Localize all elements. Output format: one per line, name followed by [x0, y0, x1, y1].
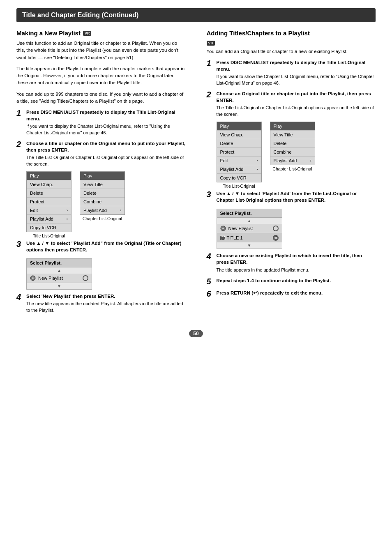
right-step-2-num: 2 [207, 90, 214, 99]
film-icon [220, 236, 225, 240]
right-title-menu-label: Title List-Original [217, 184, 262, 189]
left-chapter-menu-box: Play View Title Delete Combine Playlist … [80, 171, 125, 215]
right-chapter-list-original: Play View Title Delete Combine Playlist … [270, 122, 315, 171]
left-select-playlist-new: New Playlist [27, 274, 92, 283]
left-step-1: 1 Press DISC MENU/LIST repeatedly to dis… [16, 109, 186, 136]
svg-rect-7 [224, 236, 225, 237]
right-step-1-title: Press DISC MENU/LIST repeatedly to displ… [217, 59, 376, 72]
right-section-title: Adding Titles/Chapters to a Playlist [207, 30, 310, 37]
right-menu-protect: Protect [217, 148, 261, 157]
left-menu-protect: Protect [27, 198, 71, 206]
left-menu-view-chap: View Chap. [27, 180, 71, 189]
left-menu-playlist-add: Playlist Add › [27, 215, 71, 223]
svg-point-10 [274, 236, 277, 240]
page-header: Title and Chapter Editing (Continued) [16, 8, 376, 22]
right-vr-badge: VR [207, 41, 215, 46]
right-menu-view-chap: View Chap. [217, 131, 261, 139]
right-title-list-original: Play View Chap. Delete Protect Edit › Pl… [217, 122, 262, 189]
right-step-1: 1 Press DISC MENU/LIST repeatedly to dis… [207, 59, 376, 86]
right-step-2: 2 Choose an Original title or chapter to… [207, 90, 376, 117]
right-chapter-menu-label: Chapter List-Original [270, 166, 315, 171]
left-chapter-list-original: Play View Title Delete Combine Playlist … [80, 171, 125, 221]
right-step-6-num: 6 [207, 290, 214, 298]
right-step-5-title: Repeat steps 1-4 to continue adding to t… [217, 277, 376, 284]
right-intro: You can add an Original title or chapter… [207, 48, 376, 55]
disc-icon [30, 275, 36, 281]
right-menu-delete: Delete [217, 139, 261, 148]
right-ch-menu-play: Play [270, 122, 315, 131]
right-step-6: 6 Press RETURN (↩) repeatedly to exit th… [207, 290, 376, 298]
left-select-playlist-title: Select Playlist. [27, 259, 92, 267]
right-title1-label: TITLE 1 [227, 235, 243, 240]
left-step-2-title: Choose a title or chapter on the Origina… [26, 140, 186, 153]
page-number: 50 [189, 330, 203, 337]
left-ch-menu-delete: Delete [80, 189, 125, 198]
svg-point-1 [32, 277, 34, 279]
left-ch-menu-playlist-add: Playlist Add › [80, 206, 125, 214]
right-select-playlist-arrow-down: ▼ [217, 242, 282, 249]
left-step-1-title: Press DISC MENU/LIST repeatedly to displ… [26, 109, 186, 122]
left-ch-menu-combine: Combine [80, 198, 125, 206]
left-intro-p1: Use this function to add an Original tit… [16, 40, 186, 61]
svg-rect-5 [221, 236, 221, 237]
right-select-playlist-box: Select Playlist. ▲ New Playlist [217, 209, 282, 249]
left-select-playlist-box: Select Playlist. ▲ New Playlist ▼ [26, 258, 92, 290]
disc-icon-right [220, 226, 226, 231]
svg-rect-8 [221, 239, 221, 240]
svg-rect-6 [222, 236, 224, 237]
left-menu-edit: Edit › [27, 206, 71, 215]
left-select-playlist-arrow-down: ▼ [27, 283, 92, 289]
right-step-3: 3 Use ▲ / ▼ to select 'Playlist Add' fro… [207, 190, 376, 205]
left-title-menu-label: Title List-Original [26, 233, 71, 238]
right-step-4-title: Choose a new or existing Playlist in whi… [217, 252, 376, 265]
right-step-6-title: Press RETURN (↩) repeatedly to exit the … [217, 290, 376, 296]
left-vr-badge: VR [83, 31, 92, 36]
left-step-4: 4 Select 'New Playlist' then press ENTER… [16, 293, 186, 313]
left-step-3: 3 Use ▲ / ▼ to select "Playlist Add" fro… [16, 240, 186, 254]
right-step-3-num: 3 [207, 190, 214, 198]
left-circle-check [83, 275, 88, 281]
left-step-2-num: 2 [16, 140, 24, 148]
right-step-4-num: 4 [207, 252, 214, 260]
right-menu-edit: Edit › [217, 157, 261, 165]
right-select-playlist-title: Select Playlist. [217, 209, 282, 218]
right-step-5: 5 Repeat steps 1-4 to continue adding to… [207, 277, 376, 286]
svg-rect-9 [224, 239, 225, 240]
left-step-2-body: The Title List-Original or Chapter List-… [26, 154, 186, 167]
right-ch-menu-view-title: View Title [270, 131, 315, 139]
right-new-playlist-label: New Playlist [228, 226, 253, 231]
left-menus-row: Play View Chap. Delete Protect Edit › Pl… [26, 171, 186, 238]
left-menu-delete: Delete [27, 189, 71, 198]
page-footer: 50 [16, 330, 376, 337]
right-title1-row: TITLE 1 [217, 233, 282, 242]
page-title: Title and Chapter Editing (Continued) [22, 12, 138, 18]
left-step-1-body: If you want to display the Chapter List-… [26, 123, 186, 136]
right-title1-check [273, 235, 279, 241]
svg-point-3 [222, 228, 224, 229]
right-select-playlist-arrow-up: ▲ [217, 218, 282, 224]
left-step-1-num: 1 [16, 109, 24, 117]
left-intro-p3: You can add up to 999 chapters to one di… [16, 91, 186, 105]
left-step-4-num: 4 [16, 293, 24, 301]
right-circle-check [273, 226, 279, 231]
right-menu-play: Play [217, 122, 261, 131]
right-step-4-body: The title appears in the updated Playlis… [217, 267, 376, 273]
right-ch-menu-delete: Delete [270, 139, 315, 148]
right-select-playlist-new: New Playlist [217, 224, 282, 233]
right-ch-menu-combine: Combine [270, 148, 315, 157]
left-step-2: 2 Choose a title or chapter on the Origi… [16, 140, 186, 167]
left-chapter-menu-label: Chapter List-Original [80, 216, 125, 221]
left-title-list-original: Play View Chap. Delete Protect Edit › Pl… [26, 171, 71, 238]
right-chapter-menu-box: Play View Title Delete Combine Playlist … [270, 122, 315, 165]
right-step-4: 4 Choose a new or existing Playlist in w… [207, 252, 376, 273]
left-ch-menu-view-title: View Title [80, 180, 125, 189]
left-intro-p2: The title appears in the Playlist comple… [16, 65, 186, 87]
left-title-menu-box: Play View Chap. Delete Protect Edit › Pl… [26, 171, 71, 232]
right-menus-row: Play View Chap. Delete Protect Edit › Pl… [217, 122, 376, 189]
left-step-4-body: The new title appears in the updated Pla… [26, 301, 186, 313]
right-menu-playlist-add: Playlist Add › [217, 165, 261, 174]
right-step-2-title: Choose an Original title or chapter to p… [217, 90, 376, 104]
right-step-5-num: 5 [207, 277, 214, 286]
right-step-1-body: If you want to show the Chapter List-Ori… [217, 74, 376, 86]
right-step-1-num: 1 [207, 59, 214, 67]
